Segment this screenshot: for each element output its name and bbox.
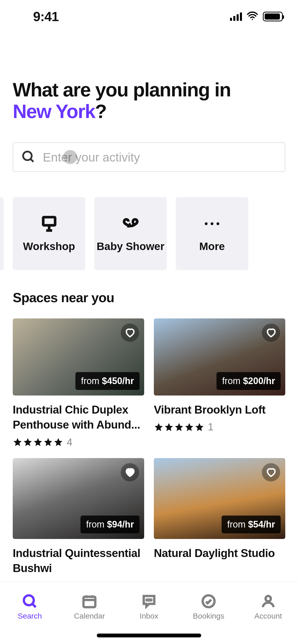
listing-card[interactable]: from $54/hr Natural Daylight Studio bbox=[154, 458, 285, 576]
section-title-near-you: Spaces near you bbox=[13, 290, 114, 305]
favorite-button[interactable] bbox=[121, 463, 139, 481]
wifi-icon bbox=[247, 10, 258, 23]
listing-card[interactable]: from $200/hr Vibrant Brooklyn Loft 1 bbox=[154, 318, 285, 448]
cellular-icon bbox=[230, 12, 242, 21]
battery-icon bbox=[263, 12, 283, 21]
price-badge: from $200/hr bbox=[216, 372, 281, 390]
review-count: 4 bbox=[67, 436, 72, 448]
svg-line-6 bbox=[32, 604, 36, 607]
calendar-icon bbox=[82, 593, 97, 609]
tab-calendar[interactable]: Calendar bbox=[60, 582, 119, 632]
pretzel-icon bbox=[122, 215, 140, 233]
svg-point-0 bbox=[23, 152, 32, 160]
svg-point-5 bbox=[24, 595, 34, 605]
tab-label: Inbox bbox=[140, 612, 158, 620]
home-indicator[interactable] bbox=[97, 634, 201, 637]
listing-title: Natural Daylight Studio bbox=[154, 546, 285, 561]
listing-thumb[interactable]: from $54/hr bbox=[154, 458, 285, 539]
svg-rect-2 bbox=[43, 217, 55, 225]
star-icons bbox=[13, 437, 63, 447]
page-title: What are you planning in New York? bbox=[13, 79, 285, 122]
svg-point-15 bbox=[266, 596, 271, 601]
tab-search[interactable]: Search bbox=[0, 582, 60, 632]
status-bar: 9:41 bbox=[0, 0, 298, 33]
favorite-button[interactable] bbox=[262, 463, 280, 481]
category-meeting[interactable]: eting bbox=[0, 197, 4, 270]
category-label: Baby Shower bbox=[97, 240, 164, 253]
star-icons bbox=[154, 422, 204, 432]
category-label: Workshop bbox=[23, 240, 75, 253]
tab-label: Search bbox=[18, 612, 42, 620]
status-icons bbox=[230, 10, 283, 23]
review-count: 1 bbox=[208, 421, 213, 433]
price-badge: from $94/hr bbox=[80, 516, 140, 533]
check-circle-icon bbox=[201, 593, 216, 609]
inbox-icon bbox=[141, 593, 157, 609]
category-workshop[interactable]: Workshop bbox=[13, 197, 85, 270]
listing-title: Industrial Chic Duplex Penthouse with Ab… bbox=[13, 402, 144, 432]
listing-rating: 1 bbox=[154, 421, 285, 433]
header-prefix: What are you planning in bbox=[13, 79, 231, 100]
search-box[interactable] bbox=[13, 142, 285, 172]
price-badge: from $450/hr bbox=[75, 372, 140, 390]
tab-bookings[interactable]: Bookings bbox=[179, 582, 238, 632]
favorite-button[interactable] bbox=[121, 324, 139, 342]
search-icon bbox=[22, 593, 38, 609]
listing-thumb[interactable]: from $94/hr bbox=[13, 458, 144, 539]
person-icon bbox=[260, 593, 276, 609]
listing-title: Vibrant Brooklyn Loft bbox=[154, 402, 285, 417]
listing-rating: 4 bbox=[13, 436, 144, 448]
category-more[interactable]: More bbox=[176, 197, 248, 270]
status-time: 9:41 bbox=[33, 9, 59, 24]
tab-label: Calendar bbox=[74, 612, 105, 620]
listing-thumb[interactable]: from $200/hr bbox=[154, 318, 285, 396]
svg-point-13 bbox=[151, 599, 152, 601]
svg-line-1 bbox=[31, 159, 33, 162]
tab-account[interactable]: Account bbox=[238, 582, 298, 632]
category-row[interactable]: eting Workshop Baby Shower More bbox=[0, 197, 298, 270]
tab-label: Bookings bbox=[193, 612, 224, 620]
favorite-button[interactable] bbox=[262, 324, 280, 342]
tab-inbox[interactable]: Inbox bbox=[119, 582, 179, 632]
category-label: More bbox=[199, 240, 225, 253]
search-input[interactable] bbox=[43, 150, 277, 164]
header-suffix: ? bbox=[95, 100, 106, 122]
location-link[interactable]: New York bbox=[13, 100, 95, 122]
search-icon bbox=[21, 150, 35, 165]
tab-label: Account bbox=[254, 612, 282, 620]
easel-icon bbox=[40, 215, 58, 233]
more-icon bbox=[205, 215, 219, 233]
listing-card[interactable]: from $94/hr Industrial Quintessential Bu… bbox=[13, 458, 144, 576]
price-badge: from $54/hr bbox=[222, 516, 281, 533]
svg-rect-7 bbox=[84, 597, 96, 607]
category-baby-shower[interactable]: Baby Shower bbox=[94, 197, 167, 270]
listing-title: Industrial Quintessential Bushwi bbox=[13, 546, 144, 576]
listing-card[interactable]: from $450/hr Industrial Chic Duplex Pent… bbox=[13, 318, 144, 448]
listings-grid: from $450/hr Industrial Chic Duplex Pent… bbox=[13, 318, 285, 576]
listing-thumb[interactable]: from $450/hr bbox=[13, 318, 144, 396]
